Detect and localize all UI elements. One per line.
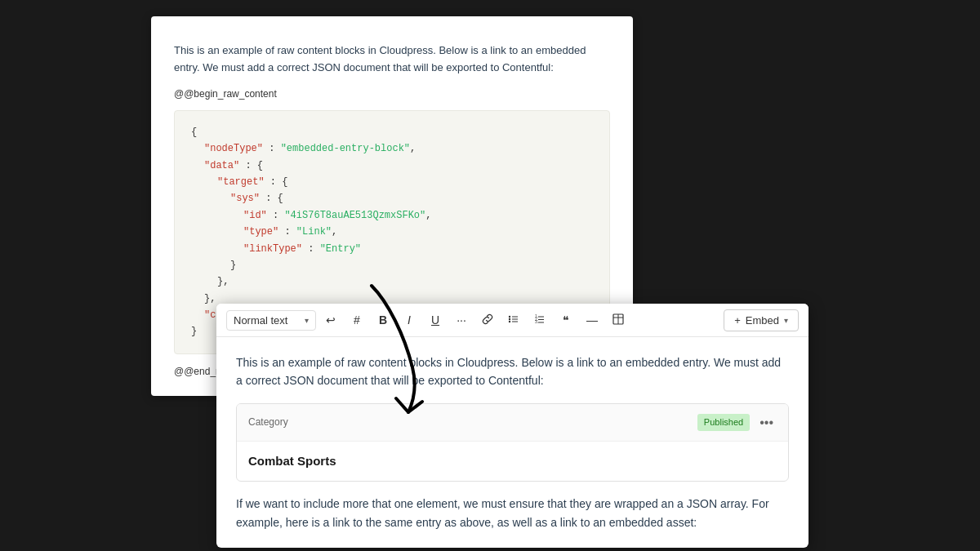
svg-point-2: [509, 318, 510, 319]
numbered-list-icon: 1.2.3.: [534, 313, 546, 327]
undo-button[interactable]: ↩: [319, 309, 342, 331]
quote-icon: ❝: [563, 313, 569, 327]
table-button[interactable]: [607, 309, 630, 331]
bold-button[interactable]: B: [372, 309, 394, 331]
table-icon: [612, 313, 624, 327]
entry-card-header: Category Published •••: [237, 404, 788, 442]
entry-card: Category Published ••• Combat Sports: [236, 403, 789, 482]
code-data-key: "data": [204, 160, 239, 171]
underline-button[interactable]: U: [424, 309, 447, 331]
code-linkType-val: "Entry": [320, 243, 361, 255]
editor-content[interactable]: This is an example of raw content blocks…: [216, 337, 808, 548]
embed-plus-icon: +: [734, 314, 741, 327]
numbered-list-button[interactable]: 1.2.3.: [528, 309, 551, 331]
code-id-key: "id": [243, 210, 267, 221]
more-button[interactable]: ···: [450, 309, 473, 331]
entry-card-header-right: Published •••: [697, 411, 777, 435]
code-nodeType-val: "embedded-entry-block": [281, 143, 410, 154]
code-linkType-key: "linkType": [243, 243, 302, 255]
svg-point-0: [509, 315, 510, 317]
entry-card-menu-button[interactable]: •••: [756, 411, 777, 435]
editor-bottom-text: If we want to include more that one elem…: [236, 495, 789, 531]
text-style-label: Normal text: [234, 314, 287, 327]
hash-button[interactable]: #: [345, 309, 368, 331]
published-badge: Published: [697, 414, 750, 432]
divider-icon: —: [586, 313, 598, 327]
embed-button[interactable]: + Embed ▾: [724, 309, 799, 331]
code-sys-key: "sys": [230, 193, 260, 204]
bullet-list-button[interactable]: [502, 309, 525, 331]
bg-raw-start-tag: @@begin_raw_content: [174, 87, 610, 102]
bg-intro-text: This is an example of raw content blocks…: [174, 42, 610, 77]
svg-text:3.: 3.: [535, 319, 538, 324]
code-id-val: "4iS76T8auAE513QzmxSFKo": [284, 210, 425, 221]
divider-button[interactable]: —: [581, 309, 604, 331]
underline-icon: U: [431, 313, 439, 327]
undo-icon: ↩: [326, 313, 336, 327]
hash-icon: #: [354, 313, 360, 327]
quote-button[interactable]: ❝: [555, 309, 577, 331]
code-nodeType-key: "nodeType": [204, 143, 263, 154]
entry-card-category-label: Category: [248, 415, 288, 430]
embed-label: Embed: [746, 314, 779, 327]
italic-icon: I: [408, 313, 411, 327]
text-style-select[interactable]: Normal text ▾: [226, 310, 316, 331]
editor-panel: Normal text ▾ ↩ # B I U ···: [216, 304, 808, 548]
bold-icon: B: [379, 313, 387, 327]
italic-button[interactable]: I: [398, 309, 421, 331]
more-icon: ···: [457, 313, 466, 327]
embed-chevron-icon: ▾: [784, 316, 788, 325]
bullet-list-icon: [508, 313, 519, 327]
svg-point-4: [509, 320, 510, 322]
link-icon: [482, 313, 493, 327]
code-type-key: "type": [243, 226, 278, 238]
editor-toolbar: Normal text ▾ ↩ # B I U ···: [216, 304, 808, 337]
text-style-chevron: ▾: [305, 316, 309, 325]
link-button[interactable]: [476, 309, 499, 331]
editor-content-text: This is an example of raw content blocks…: [236, 353, 789, 390]
code-type-val: "Link": [296, 226, 332, 238]
code-target-key: "target": [217, 176, 265, 188]
entry-card-title: Combat Sports: [237, 442, 788, 481]
